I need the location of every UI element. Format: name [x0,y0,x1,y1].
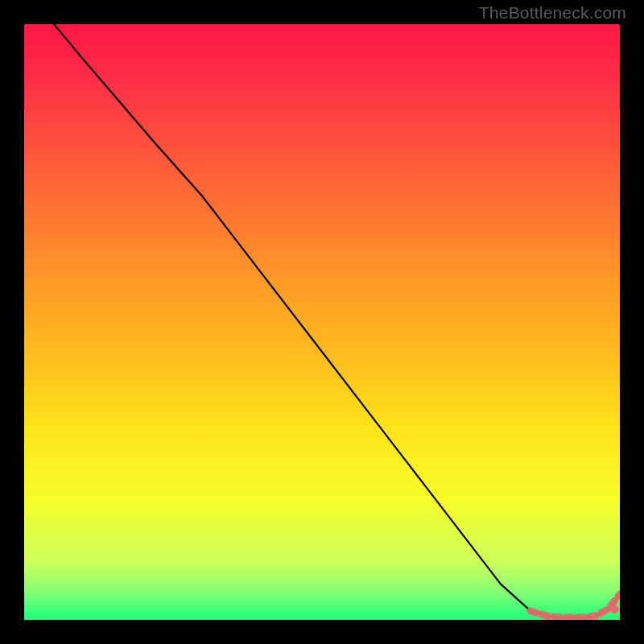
plot-area [24,24,620,620]
watermark-text: TheBottleneck.com [479,3,626,23]
marker-end-dot [610,605,619,613]
plot-svg [24,24,620,620]
chart-frame: TheBottleneck.com [0,0,644,644]
gradient-rect [24,24,620,620]
